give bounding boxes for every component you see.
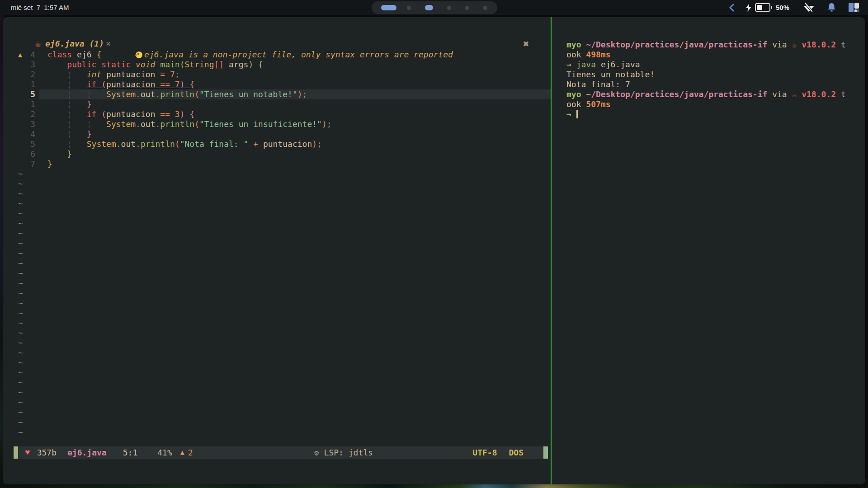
tilde-line: ~: [3, 348, 551, 358]
code-line[interactable]: ▲4class ej6 { ej6.java is a non-project …: [3, 50, 551, 60]
line-number: 1: [28, 80, 35, 89]
tilde-line: ~: [3, 328, 551, 338]
sign-column: [18, 119, 28, 129]
stage-manager-icon[interactable]: [849, 2, 860, 13]
sign-column: [18, 149, 28, 159]
workspace-dot[interactable]: [483, 6, 487, 10]
tilde-line: ~: [3, 179, 551, 189]
code-line[interactable]: 6 }: [3, 149, 551, 159]
sign-column: [18, 109, 28, 119]
code-text: class ej6 { ej6.java is a non-project fi…: [47, 50, 453, 60]
tilde-line: ~: [3, 418, 551, 427]
code-text: ¦ int puntuacion = 7;: [47, 70, 180, 80]
code-text: }: [47, 149, 72, 159]
warning-count: 2: [188, 446, 193, 459]
code-line[interactable]: 1 ¦ if (puntuacion == 7) {: [3, 80, 551, 89]
terminal-line: Nota final: 7: [552, 80, 865, 89]
tilde-line: ~: [3, 239, 551, 249]
terminal-line: ook 507ms: [552, 99, 865, 109]
line-number: 4: [28, 50, 35, 60]
battery-icon: [755, 3, 770, 12]
workspace-pill-active[interactable]: [381, 5, 396, 10]
terminal-cursor: [576, 110, 578, 118]
tilde-line: ~: [3, 268, 551, 278]
workspace-dot[interactable]: [407, 6, 411, 10]
cursor-position: 5:1: [123, 446, 138, 459]
code-editor[interactable]: ▲4class ej6 { ej6.java is a non-project …: [3, 50, 551, 437]
code-text: ¦ ¦ System.out.println("Tienes un notabl…: [47, 89, 307, 99]
tilde-line: ~: [3, 388, 551, 398]
terminal-line: →: [552, 109, 865, 119]
mode-indicator-block: [14, 446, 18, 459]
code-text: ¦ }: [47, 99, 92, 109]
notification-bell-icon[interactable]: [827, 3, 836, 12]
winbar: ☕ ej6.java (1) ×: [3, 39, 551, 49]
tilde-line: ~: [3, 298, 551, 308]
code-line[interactable]: 7}: [3, 159, 551, 169]
tilde-line: ~: [3, 408, 551, 418]
lsp-status: LSP: jdtls: [324, 448, 373, 457]
tilde-line: ~: [3, 189, 551, 199]
code-text: public static void main(String[] args) {: [47, 60, 263, 70]
terminal-line: Tienes un notable!: [552, 70, 865, 80]
window-close-icon[interactable]: [523, 40, 529, 47]
line-number: 2: [28, 109, 35, 119]
charging-bolt-icon: [746, 4, 751, 12]
code-line[interactable]: 5 ¦ System.out.println("Nota final: " + …: [3, 139, 551, 149]
shell-pane[interactable]: myo ~/Desktop/practices/java/practicas-i…: [552, 17, 865, 484]
line-number: 5: [28, 139, 35, 149]
terminal-window: ☕ ej6.java (1) × ▲4class ej6 { ej6.java …: [3, 17, 865, 484]
warning-icon: ▲: [180, 446, 184, 459]
terminal-line: myo ~/Desktop/practices/java/practicas-i…: [552, 40, 865, 50]
tilde-line: ~: [3, 378, 551, 388]
workspace-dot[interactable]: [447, 6, 451, 10]
terminal-line: myo ~/Desktop/practices/java/practicas-i…: [552, 89, 865, 99]
tilde-line: ~: [3, 368, 551, 378]
wifi-off-icon: [803, 3, 815, 12]
workspace-pill-active-2[interactable]: [425, 5, 433, 10]
code-line[interactable]: 2 ¦ if (puntuacion == 3) {: [3, 109, 551, 119]
line-number: 7: [28, 159, 35, 169]
tilde-line: ~: [3, 169, 551, 179]
terminal-line: ook 498ms: [552, 50, 865, 60]
empty-buffer-tildes: ~~~~~~~~~~~~~~~~~~~~~~~~~~~: [3, 169, 551, 437]
code-text: ¦ System.out.println("Nota final: " + pu…: [47, 139, 322, 149]
buffer-tab-title[interactable]: ej6.java (1): [45, 39, 104, 48]
sign-column: [18, 99, 28, 109]
neovim-pane[interactable]: ☕ ej6.java (1) × ▲4class ej6 { ej6.java …: [3, 17, 551, 484]
sign-column: [18, 80, 28, 89]
line-number: 4: [28, 129, 35, 139]
statusline-right-block: [543, 446, 548, 459]
buffer-close-icon[interactable]: ×: [106, 38, 111, 48]
code-line[interactable]: 3 ¦ ¦ System.out.println("Tienes un insu…: [3, 119, 551, 129]
tilde-line: ~: [3, 398, 551, 408]
code-text: ¦ if (puntuacion == 3) {: [47, 109, 194, 119]
java-file-icon: ☕: [34, 39, 42, 48]
tilde-line: ~: [3, 249, 551, 258]
file-encoding: UTF-8: [472, 446, 497, 459]
code-line[interactable]: 4 ¦ }: [3, 129, 551, 139]
sign-column: [18, 129, 28, 139]
code-line[interactable]: 5 ¦ ¦ System.out.println("Tienes un nota…: [3, 89, 551, 99]
line-number: 2: [28, 70, 35, 80]
workspace-indicator[interactable]: [372, 1, 497, 14]
line-number: 3: [28, 119, 35, 129]
code-line[interactable]: 3 public static void main(String[] args)…: [3, 60, 551, 70]
code-line[interactable]: 1 ¦ }: [3, 99, 551, 109]
chevron-left-icon[interactable]: [729, 4, 734, 12]
gear-icon: ⚙: [314, 450, 320, 457]
sign-column: [18, 139, 28, 149]
code-text: ¦ if (puntuacion == 7) {: [47, 80, 194, 89]
tilde-line: ~: [3, 278, 551, 288]
tilde-line: ~: [3, 209, 551, 219]
tilde-line: ~: [3, 318, 551, 328]
code-text: }: [47, 159, 52, 169]
workspace-dot[interactable]: [465, 6, 469, 10]
warning-sign-icon: ▲: [18, 50, 28, 60]
code-line[interactable]: 2 ¦ int puntuacion = 7;: [3, 70, 551, 80]
tilde-line: ~: [3, 258, 551, 268]
tilde-line: ~: [3, 427, 551, 437]
file-format: DOS: [509, 446, 524, 459]
tilde-line: ~: [3, 338, 551, 348]
line-number: 1: [28, 99, 35, 109]
